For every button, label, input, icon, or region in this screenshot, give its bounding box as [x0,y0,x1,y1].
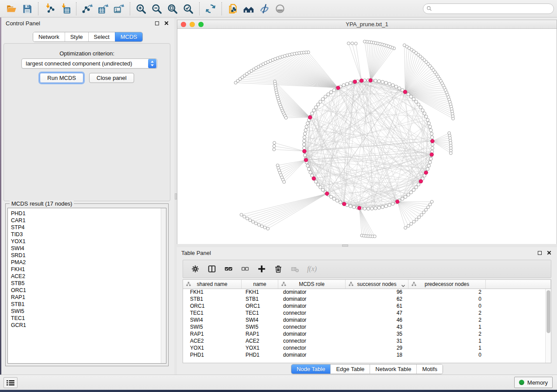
close-panel-button[interactable] [546,249,553,256]
control-panel-header: Control Panel [1,17,174,29]
delete-column-button[interactable] [271,262,285,276]
duplicate-network-button[interactable] [225,1,241,16]
table-cell: 2 [408,310,486,317]
tab-node-table[interactable]: Node Table [291,364,331,374]
table-cell: FKH1 [183,289,242,296]
column-header-shared-name[interactable]: shared name [183,280,242,289]
table-row[interactable]: PHD1PHD1dominator180 [183,352,545,359]
table-row[interactable]: ORC1ORC1dominator610 [183,303,545,310]
network-titlebar[interactable]: YPA_prune.txt_1 [177,20,557,29]
tab-select[interactable]: Select [88,32,115,41]
result-node-item[interactable]: SRD1 [11,252,166,259]
result-node-item[interactable]: FKH1 [11,266,166,273]
task-history-button[interactable] [3,377,17,388]
search-input[interactable] [423,3,554,14]
search-icon [426,6,432,11]
import-network-icon [44,3,55,14]
close-panel-button[interactable] [163,20,170,27]
zoom-in-button[interactable] [133,1,149,16]
result-node-item[interactable]: YOX1 [11,238,166,245]
result-node-item[interactable]: STB5 [11,280,166,287]
deselect-all-button[interactable] [238,262,252,276]
run-mcds-button[interactable]: Run MCDS [40,73,83,83]
function-builder-button[interactable]: f(x) [304,262,318,276]
result-node-item[interactable]: PHD1 [11,210,166,217]
table-row[interactable]: SWI5SWI5connector431 [183,324,545,331]
select-all-button[interactable] [221,262,235,276]
tab-mcds[interactable]: MCDS [115,32,142,41]
toggle-graphics-details-button[interactable] [272,1,288,16]
criterion-dropdown[interactable]: largest connected component (undirected) [21,58,157,69]
tab-network-table[interactable]: Network Table [370,364,416,374]
table-row[interactable]: FKH1FKH1dominator962 [183,289,545,296]
table-settings-button[interactable] [188,262,202,276]
zoom-fit-button[interactable] [165,1,180,16]
float-icon [155,21,159,25]
column-header-predecessor-nodes[interactable]: predecessor nodes [408,280,486,289]
result-scrollbar[interactable] [161,208,166,363]
show-hide-graphics-button[interactable] [256,1,272,16]
table-row[interactable]: ACE2ACE2connector311 [183,338,545,345]
memory-button[interactable]: Memory [514,377,553,388]
table-scrollbar[interactable] [545,289,551,363]
table-row[interactable]: SWI4SWI4dominator462 [183,317,545,324]
result-node-item[interactable]: ACE2 [11,273,166,280]
result-node-item[interactable]: CAR1 [11,217,166,224]
node-table: shared namenameMCDS rolesuccessor nodesp… [183,279,551,363]
network-graph[interactable] [177,29,557,244]
table-row[interactable]: YOX1YOX1connector291 [183,345,545,352]
result-node-item[interactable]: TEC1 [11,315,166,322]
result-node-item[interactable]: PMA2 [11,259,166,266]
result-node-item[interactable]: RAP1 [11,294,166,301]
tab-edge-table[interactable]: Edge Table [330,364,370,374]
tab-motifs[interactable]: Motifs [416,364,443,374]
show-columns-button[interactable] [205,262,219,276]
select-first-neighbors-button[interactable] [241,1,256,16]
mcds-result-list[interactable]: PHD1CAR1STP4TID3YOX1SWI4SRD1PMA2FKH1ACE2… [7,208,166,364]
result-node-item[interactable]: STB1 [11,301,166,308]
splitter-grip[interactable] [342,244,348,247]
delete-table-button[interactable] [288,262,302,276]
result-node-item[interactable]: ORC1 [11,287,166,294]
scrollbar-thumb[interactable] [547,290,550,333]
column-header-name[interactable]: name [242,280,278,289]
table-cell: 1 [408,345,486,352]
import-table-button[interactable] [57,1,73,16]
table-panel-title: Table Panel [181,250,211,256]
table-row[interactable]: STB1STB1dominator620 [183,296,545,303]
open-session-button[interactable] [3,1,19,16]
network-canvas[interactable] [177,29,557,244]
add-column-button[interactable] [255,262,269,276]
tab-style[interactable]: Style [65,32,88,41]
horizontal-splitter[interactable] [177,244,557,247]
table-tabs: Node TableEdge TableNetwork TableMotifs [177,364,557,374]
table-cell [486,303,545,310]
result-node-item[interactable]: TID3 [11,231,166,238]
export-image-button[interactable] [111,1,127,16]
toolbar-separator [130,2,130,15]
save-session-button[interactable] [19,1,35,16]
result-node-item[interactable]: SWI4 [11,245,166,252]
close-window-button[interactable] [181,22,186,27]
export-network-button[interactable] [80,1,95,16]
maximize-window-button[interactable] [198,22,204,27]
apply-layout-button[interactable] [203,1,218,16]
close-mcds-panel-button[interactable]: Close panel [89,73,134,83]
table-cell: 0 [408,296,486,303]
table-row[interactable]: TEC1TEC1connector472 [183,310,545,317]
zoom-out-button[interactable] [149,1,165,16]
zoom-selected-button[interactable] [180,1,196,16]
result-node-item[interactable]: STP4 [11,224,166,231]
result-node-item[interactable]: SWI5 [11,308,166,315]
export-table-button[interactable] [95,1,111,16]
tab-network[interactable]: Network [33,32,65,41]
column-header-successor-nodes[interactable]: successor nodes [346,280,408,289]
import-network-button[interactable] [42,1,57,16]
minimize-window-button[interactable] [190,22,195,27]
float-panel-button[interactable] [536,249,543,256]
column-header-mcds-role[interactable]: MCDS role [278,280,346,289]
splitter-grip[interactable] [175,193,177,199]
float-panel-button[interactable] [153,20,160,27]
result-node-item[interactable]: GCR1 [11,322,166,329]
table-row[interactable]: RAP1RAP1dominator352 [183,331,545,338]
